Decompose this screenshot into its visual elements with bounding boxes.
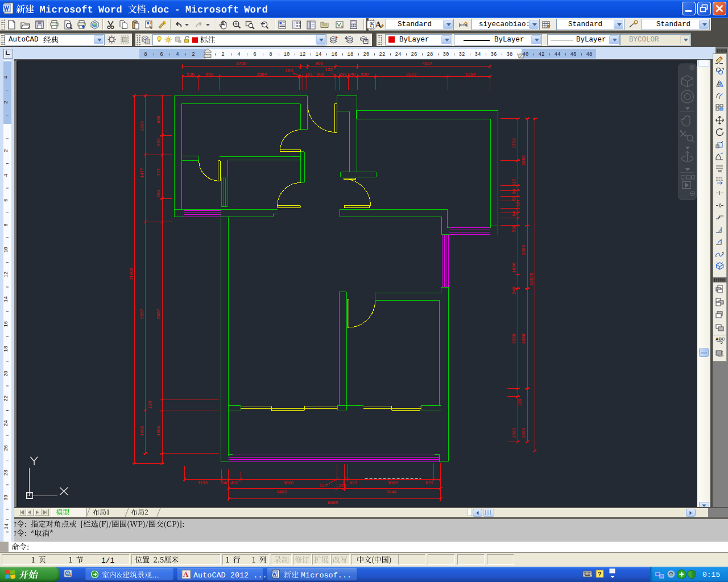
svg-text:123: 123 [338, 483, 346, 488]
svg-text:4: 4 [176, 52, 179, 57]
svg-text:5957: 5957 [139, 309, 144, 319]
svg-text:117: 117 [511, 178, 516, 186]
svg-text:11300: 11300 [129, 268, 134, 280]
svg-text:2: 2 [3, 149, 9, 152]
svg-text:1600: 1600 [521, 428, 526, 438]
svg-text:3358: 3358 [511, 334, 516, 344]
svg-text:16: 16 [332, 52, 338, 57]
svg-text:34: 34 [475, 52, 481, 57]
svg-text:1354: 1354 [465, 72, 475, 77]
svg-text:3044: 3044 [386, 489, 396, 494]
svg-text:101: 101 [305, 72, 313, 77]
svg-text:28: 28 [3, 469, 9, 476]
svg-text:26: 26 [3, 445, 9, 451]
svg-text:46: 46 [570, 52, 577, 57]
svg-text:24: 24 [395, 52, 402, 57]
svg-text:ABC: ABC [715, 336, 725, 342]
svg-text:2389: 2389 [521, 245, 526, 255]
svg-text:120: 120 [285, 68, 293, 73]
svg-text:1600: 1600 [156, 426, 161, 436]
svg-text:12: 12 [300, 52, 306, 57]
svg-text:48: 48 [586, 52, 593, 57]
svg-text:240: 240 [348, 72, 355, 77]
svg-text:34: 34 [3, 523, 9, 530]
svg-text:5957: 5957 [156, 309, 161, 319]
svg-text:2564: 2564 [257, 72, 267, 77]
svg-text:A: A [183, 570, 189, 579]
svg-text:2885: 2885 [521, 155, 526, 165]
svg-text:600: 600 [361, 72, 369, 77]
svg-text:50: 50 [511, 196, 516, 201]
svg-text:900: 900 [315, 61, 323, 66]
svg-text:4: 4 [3, 76, 9, 78]
svg-text:650: 650 [205, 72, 213, 77]
svg-text:6: 6 [253, 52, 256, 57]
svg-text:3402: 3402 [276, 489, 287, 494]
svg-text:90: 90 [511, 189, 516, 194]
svg-text:4: 4 [3, 174, 9, 177]
svg-text:30: 30 [443, 52, 449, 57]
svg-text:38: 38 [507, 52, 513, 57]
svg-text:623: 623 [349, 480, 357, 485]
svg-text:900: 900 [316, 72, 324, 77]
svg-text:6: 6 [160, 52, 163, 57]
svg-text:4: 4 [237, 52, 240, 57]
svg-text:26: 26 [411, 52, 417, 57]
svg-text:84: 84 [511, 211, 516, 216]
svg-text:240: 240 [511, 286, 516, 294]
svg-text:14: 14 [3, 296, 9, 302]
svg-text:120: 120 [147, 401, 152, 409]
svg-text:3750: 3750 [236, 61, 246, 66]
svg-text:3009: 3009 [387, 480, 398, 485]
svg-text:538: 538 [511, 225, 516, 232]
svg-text:2273: 2273 [406, 72, 416, 77]
svg-text:32: 32 [459, 52, 465, 57]
svg-text:727: 727 [156, 168, 161, 176]
svg-text:2: 2 [3, 101, 9, 103]
svg-text:44: 44 [555, 52, 561, 57]
svg-text:1709: 1709 [511, 138, 516, 148]
svg-text:12: 12 [3, 272, 9, 278]
svg-text:16: 16 [3, 321, 9, 327]
svg-text:18: 18 [515, 201, 520, 206]
svg-text:4227: 4227 [422, 61, 432, 66]
svg-text:8: 8 [3, 223, 9, 226]
svg-text:10: 10 [284, 52, 290, 57]
svg-text:20: 20 [3, 371, 9, 377]
svg-text:1836: 1836 [511, 263, 516, 273]
svg-text:10825: 10825 [529, 272, 534, 285]
svg-text:30: 30 [3, 494, 9, 501]
svg-text:650: 650 [156, 138, 161, 146]
svg-text:120: 120 [517, 398, 522, 406]
svg-text:1600: 1600 [139, 426, 144, 436]
svg-text:6689: 6689 [328, 500, 338, 505]
svg-text:621: 621 [425, 480, 433, 485]
svg-text:36: 36 [491, 52, 497, 57]
svg-text:291: 291 [339, 72, 347, 77]
svg-text:3000: 3000 [283, 480, 293, 485]
svg-text:24: 24 [3, 420, 9, 426]
svg-text:42: 42 [539, 52, 545, 57]
svg-text:8: 8 [144, 52, 147, 57]
svg-text:6: 6 [3, 198, 9, 201]
svg-text:750: 750 [156, 190, 161, 198]
svg-text:1506: 1506 [139, 121, 144, 131]
svg-text:122: 122 [325, 67, 333, 72]
svg-text:3358: 3358 [521, 334, 526, 344]
svg-text:240: 240 [221, 480, 229, 485]
svg-text:22: 22 [3, 396, 9, 402]
svg-text:120: 120 [319, 483, 327, 488]
svg-text:18: 18 [3, 346, 9, 352]
svg-text:?: ? [598, 571, 602, 577]
svg-text:8: 8 [269, 52, 272, 57]
svg-text:10: 10 [3, 247, 9, 253]
svg-text:402: 402 [230, 480, 238, 485]
svg-text:18: 18 [348, 52, 354, 57]
svg-text:1477: 1477 [139, 168, 144, 178]
svg-text:20: 20 [363, 52, 370, 57]
svg-text:856: 856 [156, 115, 161, 123]
svg-text:536: 536 [187, 72, 195, 77]
svg-text:22: 22 [379, 52, 386, 57]
svg-text:1600: 1600 [511, 428, 516, 438]
svg-text:14: 14 [316, 52, 322, 57]
